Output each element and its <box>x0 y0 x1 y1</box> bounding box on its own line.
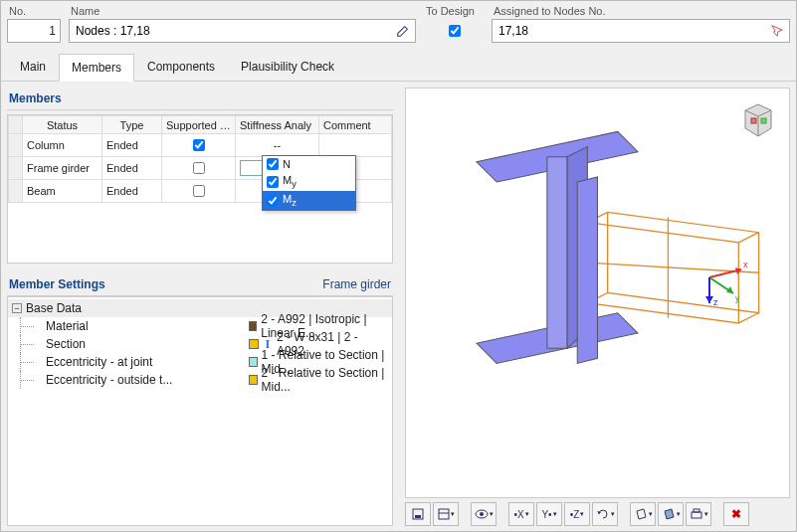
tabstrip: Main Members Components Plausibility Che… <box>1 43 796 82</box>
wireframe-button[interactable]: ▾ <box>630 502 656 526</box>
print-button[interactable]: ▾ <box>686 502 711 526</box>
svg-rect-1 <box>751 118 756 123</box>
tree-connector-icon <box>12 353 42 371</box>
view-save-button[interactable] <box>405 502 431 526</box>
name-input[interactable] <box>74 23 390 39</box>
col-stiffness[interactable]: Stiffness Analy <box>236 116 319 134</box>
edit-name-icon[interactable] <box>394 22 411 40</box>
svg-text:y: y <box>735 293 740 303</box>
reset-icon: ✖ <box>731 507 741 521</box>
option-checkbox[interactable] <box>267 158 279 170</box>
svg-marker-8 <box>705 296 713 303</box>
svg-marker-14 <box>547 157 567 349</box>
no-field[interactable]: 1 <box>7 19 61 43</box>
reset-button[interactable]: ✖ <box>723 502 749 526</box>
axis-x-icon: •X <box>513 509 523 520</box>
svg-rect-32 <box>692 512 701 518</box>
wireframe-icon <box>634 507 648 521</box>
table-row[interactable]: Column Ended -- <box>9 134 392 157</box>
axis-z-icon: •Z <box>570 509 580 520</box>
axis-z-button[interactable]: •Z▾ <box>564 502 590 526</box>
3d-viewport[interactable]: x y z <box>405 88 790 498</box>
svg-rect-24 <box>415 515 421 518</box>
to-design-label: To Design <box>424 5 484 19</box>
axis-x-button[interactable]: •X▾ <box>508 502 534 526</box>
svg-text:x: x <box>743 260 748 269</box>
view-list-button[interactable]: ▾ <box>433 502 459 526</box>
stiffness-dropdown[interactable]: N My Mz <box>262 155 356 211</box>
col-supported[interactable]: Supported En <box>162 116 236 134</box>
axis-y-icon: Y• <box>541 509 551 520</box>
supported-checkbox[interactable] <box>193 185 205 197</box>
tab-plausibility[interactable]: Plausibility Check <box>228 53 347 81</box>
dropdown-option[interactable]: My <box>263 172 355 191</box>
dropdown-option[interactable]: Mz <box>263 191 355 210</box>
print-icon <box>690 507 703 521</box>
tab-components[interactable]: Components <box>134 53 228 81</box>
to-design-checkbox[interactable] <box>449 25 461 37</box>
option-checkbox[interactable] <box>267 195 279 207</box>
member-settings-subject: Frame girder <box>322 277 391 291</box>
supported-checkbox[interactable] <box>193 139 205 151</box>
members-table: Status Type Supported En Stiffness Analy… <box>7 114 393 264</box>
view-list-icon <box>438 508 450 520</box>
eye-icon <box>475 509 489 519</box>
svg-line-17 <box>738 233 758 243</box>
svg-marker-30 <box>637 509 646 519</box>
svg-point-28 <box>480 512 484 516</box>
viewport-toolbar: ▾ ▾ •X▾ Y•▾ •Z▾ ▾ ▾ ▾ ▾ <box>405 498 790 526</box>
axis-y-button[interactable]: Y•▾ <box>536 502 562 526</box>
tab-main[interactable]: Main <box>7 53 59 81</box>
svg-marker-31 <box>665 509 674 519</box>
svg-marker-29 <box>597 511 601 514</box>
svg-text:z: z <box>713 297 718 307</box>
members-section-title: Members <box>7 88 393 110</box>
navigation-cube-icon[interactable] <box>735 96 781 142</box>
to-design-cell <box>424 19 484 43</box>
name-label: Name <box>69 5 416 19</box>
option-checkbox[interactable] <box>267 176 279 188</box>
tree-item[interactable]: Eccentricity - outside t... 2 - Relative… <box>8 371 392 389</box>
visibility-button[interactable]: ▾ <box>471 502 497 526</box>
tree-connector-icon <box>12 371 42 389</box>
col-type[interactable]: Type <box>102 116 162 134</box>
ecc-outside-swatch-icon <box>249 375 258 385</box>
shaded-icon <box>662 507 676 521</box>
svg-rect-25 <box>439 509 449 519</box>
assigned-field[interactable] <box>492 19 790 43</box>
col-rowhdr[interactable] <box>9 116 23 134</box>
member-settings-title: Member Settings Frame girder <box>7 273 393 296</box>
collapse-icon[interactable]: − <box>12 303 22 313</box>
assigned-input[interactable] <box>497 23 764 39</box>
settings-tree: − Base Data Material 2 - A992 | Isotropi… <box>7 296 393 526</box>
svg-marker-22 <box>577 177 597 363</box>
no-label: No. <box>7 5 61 19</box>
col-status[interactable]: Status <box>23 116 102 134</box>
dropdown-option[interactable]: N <box>263 156 355 172</box>
rotate-button[interactable]: ▾ <box>592 502 618 526</box>
svg-line-18 <box>738 313 758 323</box>
rotate-icon <box>596 507 610 521</box>
tab-members[interactable]: Members <box>59 54 134 82</box>
svg-rect-2 <box>761 118 766 123</box>
tree-connector-icon <box>12 335 42 353</box>
assigned-label: Assigned to Nodes No. <box>492 5 790 19</box>
col-comment[interactable]: Comment <box>319 116 392 134</box>
no-value: 1 <box>49 24 56 38</box>
name-field[interactable] <box>69 19 416 43</box>
pick-nodes-icon[interactable] <box>768 22 785 40</box>
supported-checkbox[interactable] <box>193 162 205 174</box>
svg-rect-33 <box>694 509 699 512</box>
view-save-icon <box>411 507 425 521</box>
axis-gizmo-icon: x y z <box>690 248 749 307</box>
shaded-button[interactable]: ▾ <box>658 502 684 526</box>
tree-connector-icon <box>12 317 42 335</box>
